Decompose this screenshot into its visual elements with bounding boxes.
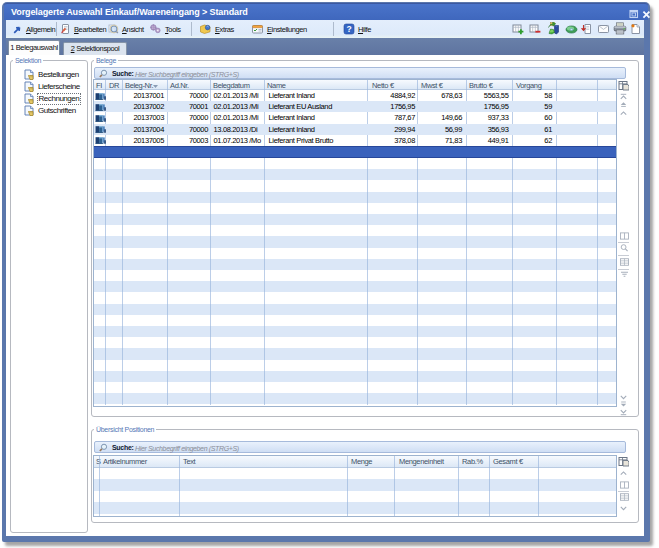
svg-text:?: ? bbox=[347, 24, 352, 34]
